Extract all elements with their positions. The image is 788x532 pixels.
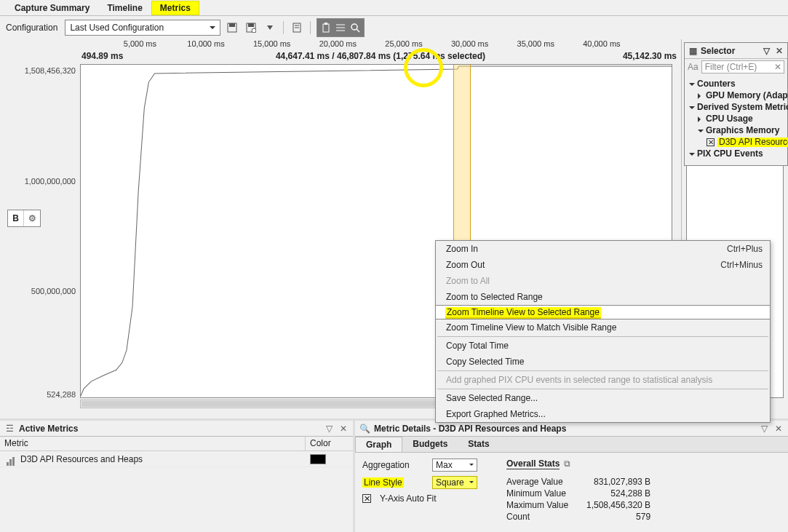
menu-export-metrics[interactable]: Export Graphed Metrics... xyxy=(436,406,770,422)
menu-zoom-out[interactable]: Zoom OutCtrl+Minus xyxy=(436,257,770,273)
svg-line-15 xyxy=(357,29,359,32)
gear-icon[interactable]: ⚙ xyxy=(24,210,40,226)
stat-label: Average Value xyxy=(506,477,586,487)
close-icon[interactable]: ✕ xyxy=(773,424,784,434)
time-ruler: 5,000 ms 10,000 ms 15,000 ms 20,000 ms 2… xyxy=(80,39,680,51)
chevron-down-icon[interactable]: ▽ xyxy=(759,424,769,434)
metric-details-panel: 🔍 Metric Details - D3D API Resources and… xyxy=(353,421,788,532)
list-icon[interactable] xyxy=(333,20,348,35)
tab-graph[interactable]: Graph xyxy=(355,437,402,452)
menu-separator xyxy=(437,336,768,337)
color-swatch[interactable] xyxy=(310,454,326,464)
menu-copy-total[interactable]: Copy Total Time xyxy=(436,338,770,354)
linestyle-select[interactable]: Square xyxy=(432,476,477,489)
clear-icon[interactable]: ✕ xyxy=(774,62,781,72)
stat-label: Minimum Value xyxy=(506,488,586,499)
y-tick: 1,000,000,000 xyxy=(25,177,76,186)
col-color[interactable]: Color xyxy=(306,437,353,450)
filter-placeholder: Filter (Ctrl+E) xyxy=(705,62,757,72)
col-metric[interactable]: Metric xyxy=(0,437,306,450)
bold-button[interactable]: B xyxy=(8,210,24,226)
menu-separator xyxy=(437,370,768,371)
config-dropdown[interactable]: Last Used Configuration xyxy=(65,20,220,36)
y-tick: 524,288 xyxy=(47,390,76,399)
chevron-down-icon[interactable]: ▽ xyxy=(761,46,771,56)
ruler-tick: 20,000 ms xyxy=(319,39,357,48)
menu-zoom-timeline-match[interactable]: Zoom Timeline View to Match Visible Rang… xyxy=(436,319,770,336)
dropdown-icon[interactable] xyxy=(263,20,277,35)
close-icon[interactable]: ✕ xyxy=(338,424,349,434)
match-case-icon[interactable]: Aa xyxy=(688,62,699,72)
svg-marker-5 xyxy=(267,25,273,30)
stat-value: 831,027,893 B xyxy=(586,477,650,487)
tree-gpu-memory[interactable]: GPU Memory (Adapter #2) xyxy=(689,90,786,101)
range-readout: 494.89 ms 44,647.41 ms / 46,807.84 ms (1… xyxy=(81,51,680,63)
ruler-tick: 15,000 ms xyxy=(253,39,290,48)
tab-budgets[interactable]: Budgets xyxy=(402,437,458,452)
active-metrics-header: ☲ Active Metrics ▽ ✕ xyxy=(0,421,353,437)
stat-label: Maximum Value xyxy=(506,500,586,510)
svg-rect-3 xyxy=(248,23,254,27)
aggregation-label: Aggregation xyxy=(362,460,426,470)
aggregation-select[interactable]: Max xyxy=(432,458,477,472)
tree-counters[interactable]: Counters xyxy=(689,78,786,90)
menu-separator xyxy=(437,389,768,389)
menu-zoom-in[interactable]: Zoom InCtrl+Plus xyxy=(436,241,770,257)
search-icon: 🔍 xyxy=(359,424,370,434)
range-start: 494.89 ms xyxy=(81,51,123,61)
svg-rect-17 xyxy=(9,459,12,466)
y-axis: 1,508,456,320 1,000,000,000 500,000,000 … xyxy=(0,64,79,398)
range-end: 45,142.30 ms xyxy=(623,51,677,61)
svg-point-14 xyxy=(351,24,357,30)
chart-icon xyxy=(6,456,16,469)
tab-timeline[interactable]: Timeline xyxy=(98,1,151,15)
tree-d3d-api[interactable]: ✕D3D API Resources and Heaps xyxy=(689,136,786,148)
tree-pix-cpu-events[interactable]: PIX CPU Events xyxy=(689,148,786,159)
config-bar: Configuration Last Used Configuration xyxy=(0,16,788,39)
search-icon[interactable] xyxy=(348,20,362,35)
bottom-panels: ☲ Active Metrics ▽ ✕ Metric Color D3D AP… xyxy=(0,418,788,532)
table-row[interactable]: D3D API Resources and Heaps xyxy=(0,451,353,467)
filter-input[interactable]: Filter (Ctrl+E)✕▾ xyxy=(701,60,784,74)
tab-stats[interactable]: Stats xyxy=(458,437,499,452)
y-tick: 500,000,000 xyxy=(31,287,76,295)
svg-rect-18 xyxy=(12,457,15,466)
range-mid: 44,647.41 ms / 46,807.84 ms (1,275.64 ms… xyxy=(276,51,485,61)
ruler-tick: 5,000 ms xyxy=(124,39,156,48)
chevron-down-icon[interactable]: ▽ xyxy=(324,424,334,434)
autofit-checkbox[interactable]: ✕ xyxy=(362,494,371,503)
document-icon[interactable] xyxy=(290,20,304,35)
tab-metrics[interactable]: Metrics xyxy=(151,1,199,15)
aggregation-row: Aggregation Max xyxy=(362,458,477,472)
menu-zoom-selected[interactable]: Zoom to Selected Range xyxy=(436,289,770,305)
ruler-tick: 35,000 ms xyxy=(517,39,554,48)
selector-filter-row: Aa Filter (Ctrl+E)✕▾ xyxy=(685,59,787,75)
save-as-icon[interactable] xyxy=(244,20,258,35)
linestyle-row: Line Style Square xyxy=(362,476,477,489)
tab-capture-summary[interactable]: Capture Summary xyxy=(6,1,98,15)
ruler-tick: 40,000 ms xyxy=(583,39,620,48)
view-mode-group xyxy=(317,18,365,37)
selector-tree: Counters GPU Memory (Adapter #2) Derived… xyxy=(685,75,787,165)
active-metrics-panel: ☲ Active Metrics ▽ ✕ Metric Color D3D AP… xyxy=(0,421,353,532)
tree-cpu-usage[interactable]: CPU Usage xyxy=(689,113,786,124)
close-icon[interactable]: ✕ xyxy=(774,46,784,56)
metric-details-title: Metric Details - D3D API Resources and H… xyxy=(374,424,566,434)
tree-derived-metrics[interactable]: Derived System Metrics xyxy=(689,101,786,113)
autofit-row[interactable]: ✕ Y-Axis Auto Fit xyxy=(362,493,477,504)
menu-copy-selected[interactable]: Copy Selected Time xyxy=(436,354,770,370)
active-metrics-title: Active Metrics xyxy=(19,424,78,434)
selector-title: Selector xyxy=(701,46,735,56)
ruler-tick: 25,000 ms xyxy=(385,39,422,48)
save-icon[interactable] xyxy=(225,20,239,35)
stat-label: Count xyxy=(506,512,586,522)
menu-save-range[interactable]: Save Selected Range... xyxy=(436,390,770,406)
tree-graphics-memory[interactable]: Graphics Memory xyxy=(689,124,786,136)
stat-value: 524,288 B xyxy=(586,488,650,499)
y-tick: 1,508,456,320 xyxy=(25,66,76,75)
menu-zoom-timeline-selected[interactable]: Zoom Timeline View to Selected Range xyxy=(435,305,771,319)
clipboard-icon[interactable] xyxy=(319,20,333,35)
stat-value: 579 xyxy=(586,512,650,522)
copy-icon[interactable]: ⧉ xyxy=(564,458,570,469)
stat-value: 1,508,456,320 B xyxy=(586,500,650,510)
